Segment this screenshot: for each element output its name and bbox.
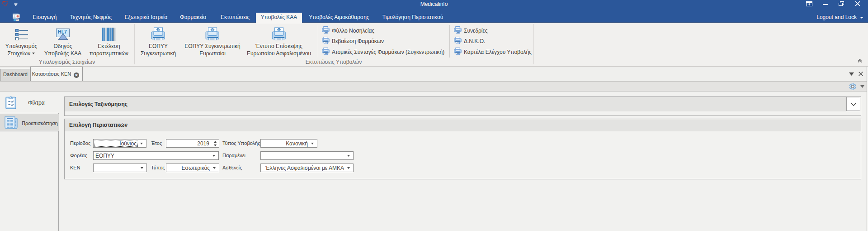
svg-text:HL7: HL7 bbox=[58, 29, 67, 34]
